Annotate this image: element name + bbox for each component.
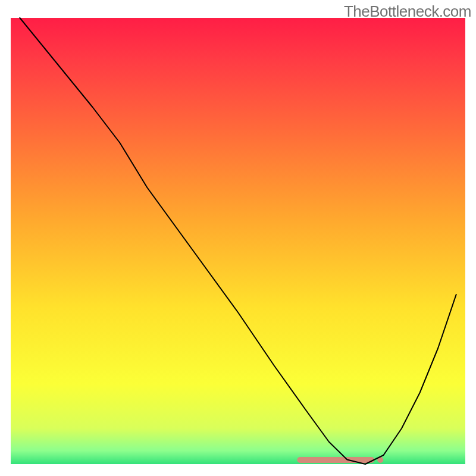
svg-rect-0 bbox=[297, 457, 374, 463]
chart-canvas: TheBottleneck.com bbox=[0, 0, 476, 476]
plot-background bbox=[11, 18, 465, 464]
chart-svg bbox=[0, 0, 476, 476]
